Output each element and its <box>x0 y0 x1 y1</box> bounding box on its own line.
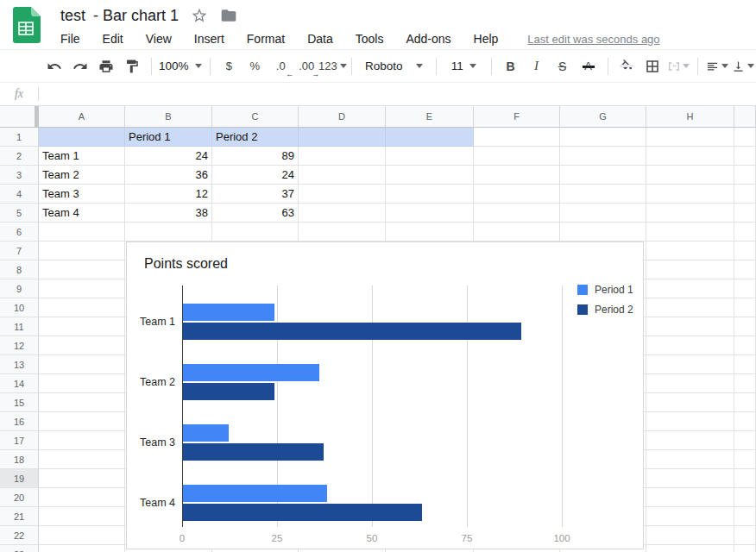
row-header-19[interactable]: 19 <box>0 469 39 488</box>
menu-help[interactable]: Help <box>474 30 510 47</box>
cell-H10[interactable] <box>646 298 734 317</box>
more-formats-button[interactable]: 123 <box>321 55 343 78</box>
star-icon[interactable] <box>191 7 208 24</box>
cell-A8[interactable] <box>39 260 125 279</box>
cell-E5[interactable] <box>386 204 474 223</box>
cell-H17[interactable] <box>646 431 734 450</box>
cell-x3[interactable] <box>734 166 756 185</box>
cell-A3[interactable]: Team 2 <box>39 166 125 185</box>
cell-E3[interactable] <box>386 166 474 185</box>
row-header-9[interactable]: 9 <box>0 279 39 298</box>
menu-insert[interactable]: Insert <box>194 30 236 47</box>
cell-A2[interactable]: Team 1 <box>39 147 125 166</box>
cell-A10[interactable] <box>39 298 125 317</box>
cell-x6[interactable] <box>734 223 756 242</box>
cell-A22[interactable] <box>39 526 125 545</box>
cell-A11[interactable] <box>39 317 125 336</box>
menu-edit[interactable]: Edit <box>103 30 135 47</box>
menu-format[interactable]: Format <box>247 30 296 47</box>
cell-H15[interactable] <box>646 393 734 412</box>
menu-file[interactable]: File <box>60 30 91 47</box>
column-header-C[interactable]: C <box>212 106 299 128</box>
cell-H11[interactable] <box>646 317 734 336</box>
vertical-align-button[interactable] <box>732 55 754 78</box>
cell-B2[interactable]: 24 <box>125 147 212 166</box>
cell-F3[interactable] <box>474 166 560 185</box>
cell-G3[interactable] <box>560 166 646 185</box>
cell-x15[interactable] <box>734 393 756 412</box>
cell-x20[interactable] <box>734 488 756 507</box>
column-header-E[interactable]: E <box>386 106 474 128</box>
font-size-select[interactable]: 11 <box>444 55 483 78</box>
cell-x19[interactable] <box>734 469 756 488</box>
row-header-16[interactable]: 16 <box>0 412 39 431</box>
cell-A7[interactable] <box>39 242 125 260</box>
italic-button[interactable]: I <box>526 55 548 78</box>
menu-data[interactable]: Data <box>307 30 344 47</box>
redo-button[interactable] <box>69 55 91 78</box>
cell-x17[interactable] <box>734 431 756 450</box>
format-currency-button[interactable]: $ <box>217 55 240 78</box>
cell-x4[interactable] <box>734 185 756 204</box>
column-header-F[interactable]: F <box>474 106 560 128</box>
format-percent-button[interactable]: % <box>243 55 266 78</box>
column-header-A[interactable]: A <box>39 106 125 128</box>
zoom-select[interactable]: 100% <box>160 55 202 78</box>
row-header-17[interactable]: 17 <box>0 431 39 450</box>
cell-H19[interactable] <box>646 469 734 488</box>
cell-x14[interactable] <box>734 374 756 393</box>
cell-x9[interactable] <box>734 279 756 298</box>
decrease-decimals-button[interactable]: .0 ← <box>269 55 292 78</box>
cell-A17[interactable] <box>39 431 125 450</box>
cell-A15[interactable] <box>39 393 125 412</box>
cell-C5[interactable]: 63 <box>212 204 299 223</box>
cell-x2[interactable] <box>734 147 756 166</box>
cell-A18[interactable] <box>39 450 125 469</box>
cell-x23[interactable] <box>734 545 756 552</box>
row-header-12[interactable]: 12 <box>0 336 39 355</box>
cell-B3[interactable]: 36 <box>125 166 212 185</box>
cell-A5[interactable]: Team 4 <box>39 204 125 223</box>
cell-F5[interactable] <box>474 204 560 223</box>
cell-B1[interactable]: Period 1 <box>125 128 212 147</box>
cell-C2[interactable]: 89 <box>212 147 299 166</box>
cell-C3[interactable]: 24 <box>212 166 299 185</box>
cell-G2[interactable] <box>560 147 646 166</box>
cell-E2[interactable] <box>386 147 474 166</box>
cell-A20[interactable] <box>39 488 125 507</box>
bold-button[interactable]: B <box>500 55 522 78</box>
row-header-8[interactable]: 8 <box>0 260 39 279</box>
cell-H5[interactable] <box>646 204 734 223</box>
cell-A1[interactable] <box>39 128 125 147</box>
row-header-21[interactable]: 21 <box>0 507 39 526</box>
cell-E6[interactable] <box>386 223 474 242</box>
cell-H13[interactable] <box>646 355 734 374</box>
doc-title[interactable]: test <box>60 7 85 25</box>
cell-x22[interactable] <box>734 526 756 545</box>
row-header-15[interactable]: 15 <box>0 393 39 412</box>
borders-button[interactable] <box>641 55 664 78</box>
font-family-select[interactable]: Roboto <box>360 55 428 78</box>
last-edit-link[interactable]: Last edit was seconds ago <box>527 33 659 46</box>
menu-add-ons[interactable]: Add-ons <box>406 30 462 47</box>
column-header-G[interactable]: G <box>560 106 646 128</box>
cell-H1[interactable] <box>646 128 734 147</box>
cell-A14[interactable] <box>39 374 125 393</box>
row-header-1[interactable]: 1 <box>0 128 39 147</box>
row-header-10[interactable]: 10 <box>0 298 39 317</box>
cell-H22[interactable] <box>646 526 734 545</box>
cell-H14[interactable] <box>646 374 734 393</box>
cell-H18[interactable] <box>646 450 734 469</box>
row-header-13[interactable]: 13 <box>0 355 39 374</box>
cell-H6[interactable] <box>646 223 734 242</box>
cell-B5[interactable]: 38 <box>125 204 212 223</box>
cell-D2[interactable] <box>299 147 386 166</box>
cell-C1[interactable]: Period 2 <box>212 128 299 147</box>
cell-D3[interactable] <box>299 166 386 185</box>
row-header-5[interactable]: 5 <box>0 204 39 223</box>
menu-view[interactable]: View <box>146 30 183 47</box>
cell-x11[interactable] <box>734 317 756 336</box>
cell-C6[interactable] <box>212 223 299 242</box>
cell-x12[interactable] <box>734 336 756 355</box>
cell-x1[interactable] <box>734 128 756 147</box>
